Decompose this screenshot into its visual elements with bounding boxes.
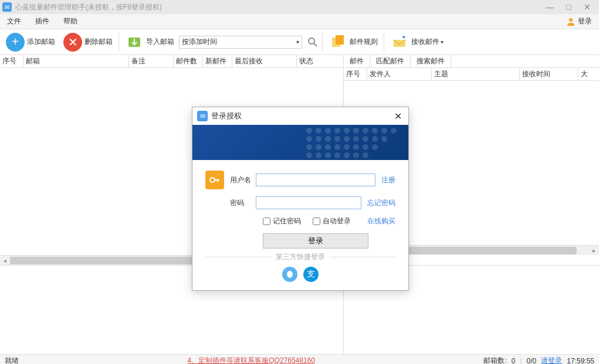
login-button[interactable]: 登录 xyxy=(263,233,368,249)
remember-label: 记住密码 xyxy=(273,216,301,226)
remember-check[interactable]: 记住密码 xyxy=(263,216,301,226)
password-input[interactable] xyxy=(256,196,361,209)
login-dialog: ✉ 登录授权 ✕ 用户名 注册 密码 xyxy=(192,107,409,291)
alipay-login-icon[interactable]: 支 xyxy=(303,267,319,282)
dialog-overlay: ✉ 登录授权 ✕ 用户名 注册 密码 xyxy=(0,0,599,364)
auto-login-checkbox[interactable] xyxy=(313,217,320,225)
svg-point-10 xyxy=(287,271,293,278)
auto-login-label: 自动登录 xyxy=(323,216,351,226)
dialog-icon: ✉ xyxy=(197,111,208,121)
dialog-titlebar: ✉ 登录授权 ✕ xyxy=(192,107,408,125)
qq-login-icon[interactable] xyxy=(282,267,297,282)
dialog-close-button[interactable]: ✕ xyxy=(392,110,404,122)
forgot-password-link[interactable]: 忘记密码 xyxy=(367,198,395,208)
register-link[interactable]: 注册 xyxy=(381,175,395,185)
username-label: 用户名 xyxy=(230,175,256,185)
third-party-label: 第三方快捷登录 xyxy=(276,252,325,262)
dialog-banner xyxy=(192,125,408,160)
remember-checkbox[interactable] xyxy=(263,217,270,225)
dialog-body: 用户名 注册 密码 忘记密码 记住密码 自动登录 在线购买 xyxy=(192,160,408,290)
buy-link[interactable]: 在线购买 xyxy=(367,216,395,226)
key-icon xyxy=(205,171,224,189)
auto-login-check[interactable]: 自动登录 xyxy=(313,216,351,226)
password-label: 密码 xyxy=(230,198,256,208)
svg-point-7 xyxy=(210,178,215,182)
dialog-title: 登录授权 xyxy=(211,111,392,121)
username-input[interactable] xyxy=(256,174,375,186)
